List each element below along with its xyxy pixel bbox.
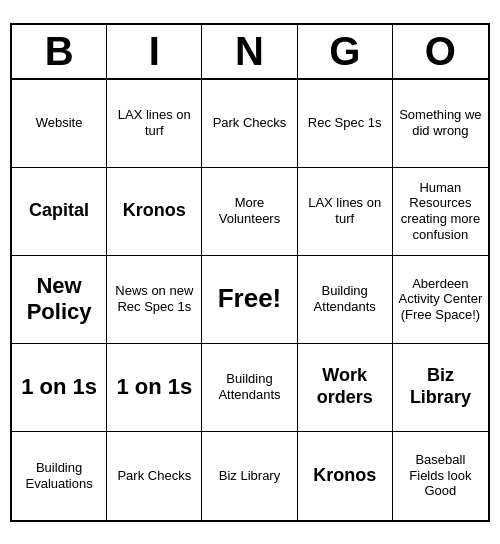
bingo-cell: Aberdeen Activity Center (Free Space!) (393, 256, 488, 344)
bingo-cell: Biz Library (393, 344, 488, 432)
bingo-header: BINGO (12, 25, 488, 80)
header-letter: O (393, 25, 488, 78)
bingo-cell: Human Resources creating more confusion (393, 168, 488, 256)
bingo-cell: Work orders (298, 344, 393, 432)
bingo-grid: WebsiteLAX lines on turfPark ChecksRec S… (12, 80, 488, 520)
bingo-cell: Biz Library (202, 432, 297, 520)
bingo-card: BINGO WebsiteLAX lines on turfPark Check… (10, 23, 490, 522)
bingo-cell: Capital (12, 168, 107, 256)
bingo-cell: Kronos (107, 168, 202, 256)
bingo-cell: 1 on 1s (107, 344, 202, 432)
bingo-cell: News on new Rec Spec 1s (107, 256, 202, 344)
bingo-cell: Kronos (298, 432, 393, 520)
bingo-cell: Building Attendants (202, 344, 297, 432)
header-letter: G (298, 25, 393, 78)
bingo-cell: Park Checks (202, 80, 297, 168)
bingo-cell: LAX lines on turf (298, 168, 393, 256)
bingo-cell: Website (12, 80, 107, 168)
header-letter: B (12, 25, 107, 78)
bingo-cell: 1 on 1s (12, 344, 107, 432)
bingo-cell: More Volunteers (202, 168, 297, 256)
header-letter: N (202, 25, 297, 78)
bingo-cell: Baseball Fields look Good (393, 432, 488, 520)
bingo-cell: Something we did wrong (393, 80, 488, 168)
bingo-cell: Park Checks (107, 432, 202, 520)
bingo-cell: Free! (202, 256, 297, 344)
bingo-cell: Rec Spec 1s (298, 80, 393, 168)
bingo-cell: LAX lines on turf (107, 80, 202, 168)
header-letter: I (107, 25, 202, 78)
bingo-cell: New Policy (12, 256, 107, 344)
bingo-cell: Building Attendants (298, 256, 393, 344)
bingo-cell: Building Evaluations (12, 432, 107, 520)
